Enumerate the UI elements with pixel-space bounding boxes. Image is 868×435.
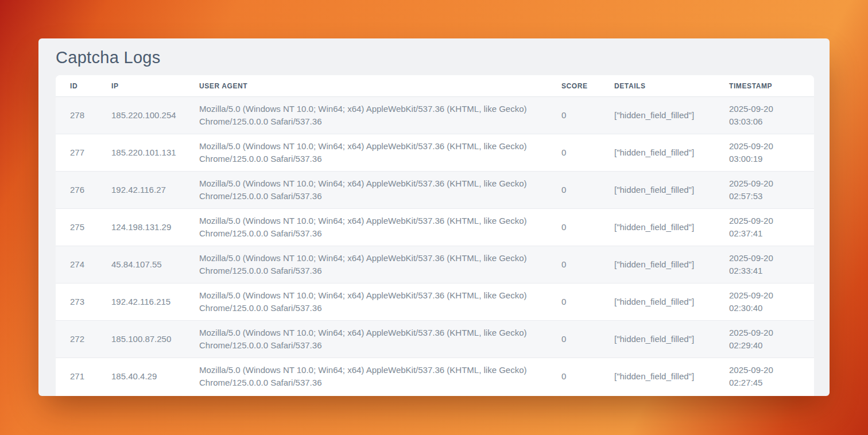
cell-id: 271	[56, 358, 111, 395]
cell-score: 0	[561, 283, 614, 321]
cell-details: ["hidden_field_filled"]	[614, 358, 729, 395]
cell-details: ["hidden_field_filled"]	[614, 172, 729, 209]
cell-id: 275	[56, 209, 111, 246]
cell-score: 0	[561, 209, 614, 246]
column-header: SCORE	[561, 75, 614, 97]
logs-table-container: IDIPUSER AGENTSCOREDETAILSTIMESTAMP 278 …	[56, 75, 814, 396]
cell-score: 0	[561, 358, 614, 395]
cell-details: ["hidden_field_filled"]	[614, 97, 729, 134]
cell-score: 0	[561, 97, 614, 134]
column-header: USER AGENT	[199, 75, 561, 97]
cell-user-agent: Mozilla/5.0 (Windows NT 10.0; Win64; x64…	[199, 97, 561, 134]
cell-user-agent: Mozilla/5.0 (Windows NT 10.0; Win64; x64…	[199, 358, 561, 395]
table-row: 275 124.198.131.29 Mozilla/5.0 (Windows …	[56, 209, 814, 246]
cell-ip: 124.198.131.29	[111, 209, 199, 246]
table-header-row: IDIPUSER AGENTSCOREDETAILSTIMESTAMP	[56, 75, 814, 97]
cell-details: ["hidden_field_filled"]	[614, 321, 729, 358]
table-row: 271 185.40.4.29 Mozilla/5.0 (Windows NT …	[56, 358, 814, 395]
page-background: Captcha Logs IDIPUSER AGENTSCOREDETAILST…	[0, 0, 868, 435]
table-row: 273 192.42.116.215 Mozilla/5.0 (Windows …	[56, 283, 814, 321]
table-row: 276 192.42.116.27 Mozilla/5.0 (Windows N…	[56, 172, 814, 209]
cell-timestamp: 2025-09-20 03:00:19	[729, 134, 814, 172]
cell-score: 0	[561, 134, 614, 172]
cell-ip: 45.84.107.55	[111, 246, 199, 283]
cell-id: 273	[56, 283, 111, 321]
column-header: DETAILS	[614, 75, 729, 97]
cell-ip: 185.220.101.131	[111, 134, 199, 172]
cell-user-agent: Mozilla/5.0 (Windows NT 10.0; Win64; x64…	[199, 172, 561, 209]
cell-user-agent: Mozilla/5.0 (Windows NT 10.0; Win64; x64…	[199, 246, 561, 283]
cell-timestamp: 2025-09-20 02:27:45	[729, 358, 814, 395]
cell-user-agent: Mozilla/5.0 (Windows NT 10.0; Win64; x64…	[199, 283, 561, 321]
cell-ip: 185.40.4.29	[111, 358, 199, 395]
table-row: 277 185.220.101.131 Mozilla/5.0 (Windows…	[56, 134, 814, 172]
cell-timestamp: 2025-09-20 02:29:40	[729, 321, 814, 358]
cell-timestamp: 2025-09-20 02:37:41	[729, 209, 814, 246]
page-title: Captcha Logs	[38, 38, 830, 75]
cell-details: ["hidden_field_filled"]	[614, 246, 729, 283]
cell-id: 278	[56, 97, 111, 134]
cell-timestamp: 2025-09-20 02:30:40	[729, 283, 814, 321]
cell-user-agent: Mozilla/5.0 (Windows NT 10.0; Win64; x64…	[199, 321, 561, 358]
cell-details: ["hidden_field_filled"]	[614, 134, 729, 172]
cell-id: 277	[56, 134, 111, 172]
captcha-logs-card: Captcha Logs IDIPUSER AGENTSCOREDETAILST…	[38, 38, 830, 396]
cell-score: 0	[561, 172, 614, 209]
cell-id: 276	[56, 172, 111, 209]
cell-score: 0	[561, 246, 614, 283]
cell-details: ["hidden_field_filled"]	[614, 283, 729, 321]
table-row: 274 45.84.107.55 Mozilla/5.0 (Windows NT…	[56, 246, 814, 283]
column-header: TIMESTAMP	[729, 75, 814, 97]
cell-ip: 192.42.116.27	[111, 172, 199, 209]
column-header: IP	[111, 75, 199, 97]
cell-ip: 185.100.87.250	[111, 321, 199, 358]
cell-timestamp: 2025-09-20 02:33:41	[729, 246, 814, 283]
cell-details: ["hidden_field_filled"]	[614, 209, 729, 246]
logs-table: IDIPUSER AGENTSCOREDETAILSTIMESTAMP 278 …	[56, 75, 814, 395]
cell-user-agent: Mozilla/5.0 (Windows NT 10.0; Win64; x64…	[199, 209, 561, 246]
cell-timestamp: 2025-09-20 03:03:06	[729, 97, 814, 134]
cell-user-agent: Mozilla/5.0 (Windows NT 10.0; Win64; x64…	[199, 134, 561, 172]
table-row: 278 185.220.100.254 Mozilla/5.0 (Windows…	[56, 97, 814, 134]
table-row: 272 185.100.87.250 Mozilla/5.0 (Windows …	[56, 321, 814, 358]
cell-id: 272	[56, 321, 111, 358]
cell-ip: 192.42.116.215	[111, 283, 199, 321]
cell-ip: 185.220.100.254	[111, 97, 199, 134]
column-header: ID	[56, 75, 111, 97]
cell-timestamp: 2025-09-20 02:57:53	[729, 172, 814, 209]
cell-id: 274	[56, 246, 111, 283]
logs-table-body: 278 185.220.100.254 Mozilla/5.0 (Windows…	[56, 97, 814, 395]
cell-score: 0	[561, 321, 614, 358]
